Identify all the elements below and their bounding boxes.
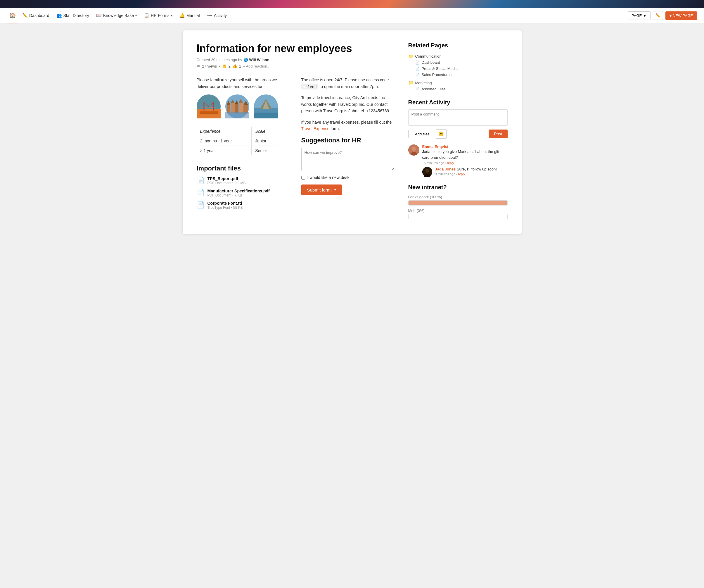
nav-knowledge-base[interactable]: 📖 Knowledge Base ▾ (93, 11, 140, 20)
file-item-1: 📄 TPS_Report.pdf PDF Document • 0.2 MB (197, 176, 290, 185)
views-icon: 👁 (197, 64, 200, 68)
travel-expense-text: If you have any travel expenses, please … (301, 119, 394, 132)
avatar-jada (422, 167, 432, 177)
nav-hr-forms[interactable]: 📋 HR Forms ▾ (141, 11, 175, 20)
home-icon[interactable]: 🏠 (7, 11, 18, 20)
left-text-column: Please familiarize yourself with the are… (197, 76, 290, 213)
office-hours-text: The office is open 24/7. Please use acce… (301, 76, 394, 90)
content-card: Information for new employees Created 29… (183, 31, 522, 234)
views-count: 27 views (202, 64, 217, 68)
new-desk-checkbox[interactable] (301, 176, 305, 179)
thumbsup-reaction-button[interactable]: 👍 (232, 64, 237, 68)
comment-input[interactable] (408, 109, 508, 126)
file-list: 📄 TPS_Report.pdf PDF Document • 0.2 MB 📄… (197, 176, 290, 210)
table-header-experience: Experience (197, 126, 252, 136)
clap-reaction-button[interactable]: 👏 (222, 64, 227, 68)
reply-link-jada[interactable]: reply (458, 172, 465, 176)
knowledge-icon: 📖 (96, 13, 102, 18)
reactions-row: 👁 27 views • 👏 2 👍 1 – Add reaction.. (197, 64, 394, 68)
table-header-scale: Scale (252, 126, 279, 136)
related-pages-section: Related Pages 📁 Communication 📄 Dashboar… (408, 42, 508, 92)
nav-staff-directory[interactable]: 👥 Staff Directory (54, 11, 92, 20)
related-page-assorted[interactable]: 📄 Assorted Files (408, 86, 508, 92)
edit-button[interactable]: ✏️ (653, 11, 663, 20)
file-meta-3: TrueType Font • 55 KB (208, 206, 243, 210)
image-3 (254, 95, 278, 118)
file-item-2: 📄 Manufacturer Specifications.pdf PDF Do… (197, 189, 290, 197)
nav-activity[interactable]: 〰️ Activity (204, 11, 230, 20)
table-row: 2 months - 1 year Junior (197, 136, 279, 146)
file-name-3: Corporate Font.ttf (208, 201, 243, 206)
nav-dashboard[interactable]: ✏️ Dashboard (19, 11, 52, 20)
poll-title: New intranet? (408, 184, 508, 191)
left-col-text: Please familiarize yourself with the are… (197, 76, 290, 90)
page-meta: Created 29 minutes ago by 🌎 Will Wilson … (197, 58, 394, 62)
new-desk-checkbox-row: I would like a new desk (301, 175, 394, 180)
page-icon-assorted: 📄 (415, 87, 420, 91)
travel-expense-link[interactable]: Travel Expense (301, 126, 330, 131)
page-button[interactable]: PAGE ▼ (628, 11, 650, 20)
poll-bar-looks-good (408, 200, 508, 206)
file-icon-1: 📄 (197, 177, 204, 184)
related-pages-title: Related Pages (408, 42, 508, 49)
file-meta-1: PDF Document • 0.2 MB (208, 181, 246, 185)
reply-jada: Jada Jones Sure, I'll follow up soon! 9 … (422, 167, 508, 177)
suggestions-input[interactable] (301, 148, 394, 171)
related-page-dashboard[interactable]: 📄 Dashboard (408, 59, 508, 65)
dashboard-icon: ✏️ (22, 13, 28, 18)
page-icon-press: 📄 (415, 67, 420, 71)
file-icon-2: 📄 (197, 189, 204, 197)
related-page-sales[interactable]: 📄 Sales Procedures (408, 72, 508, 78)
emoji-icon: 😊 (438, 131, 444, 136)
hr-forms-dropdown-arrow: ▾ (171, 14, 172, 17)
activity-title: Recent Activity (408, 99, 508, 106)
svg-rect-12 (231, 103, 235, 113)
travel-insurance-text: To provide travel insurance, City Archit… (301, 95, 394, 114)
page-title: Information for new employees (197, 42, 394, 55)
poll-section: New intranet? Looks good! (100%) Meh (408, 184, 508, 219)
comment-text-emma: Jada, could you give Mark a call about t… (422, 149, 508, 160)
post-button[interactable]: Post (489, 129, 507, 138)
top-banner (0, 0, 704, 8)
comment-author-emma: Emma Enqvist (422, 145, 508, 149)
avatar-emma (408, 145, 419, 156)
text-columns: Please familiarize yourself with the are… (197, 76, 394, 213)
file-name-2: Manufacturer Specifications.pdf (208, 189, 270, 193)
new-desk-label: I would like a new desk (307, 175, 350, 180)
svg-rect-16 (239, 103, 243, 113)
svg-rect-26 (254, 113, 278, 118)
nav-right: PAGE ▼ ✏️ + NEW PAGE (628, 11, 697, 20)
thumbsup-count: 1 (239, 64, 241, 68)
table-cell-exp-1: 2 months - 1 year (197, 136, 252, 146)
reply-link-emma[interactable]: reply (447, 161, 454, 165)
add-files-button[interactable]: + Add files (408, 130, 433, 138)
table-cell-scale-1: Junior (252, 136, 279, 146)
page-icon-dashboard: 📄 (415, 60, 420, 65)
image-2 (225, 95, 249, 118)
file-icon-3: 📄 (197, 201, 204, 209)
page-wrapper: Information for new employees Created 29… (0, 23, 704, 241)
poll-option-looks-good: Looks good! (100%) (408, 195, 508, 206)
folder-marketing: 📁 Marketing (408, 79, 508, 86)
comment-actions: + Add files 😊 Post (408, 129, 508, 139)
right-sidebar: Related Pages 📁 Communication 📄 Dashboar… (408, 42, 508, 222)
new-page-button[interactable]: + NEW PAGE (665, 11, 697, 20)
table-row: > 1 year Senior (197, 146, 279, 155)
reply-author-jada: Jada Jones (435, 167, 456, 171)
file-meta-2: PDF Document • 7 KB (208, 193, 270, 197)
images-row (197, 95, 290, 118)
folder-communication: 📁 Communication (408, 53, 508, 59)
clap-count: 2 (229, 64, 231, 68)
svg-rect-20 (225, 112, 249, 118)
add-reaction[interactable]: – Add reaction.. (243, 64, 269, 68)
main-content: Information for new employees Created 29… (197, 42, 394, 220)
emoji-button[interactable]: 😊 (436, 129, 447, 139)
nav-manual[interactable]: 🔔 Manual (177, 11, 203, 20)
poll-option-meh: Meh (0%) (408, 209, 508, 219)
file-name-1: TPS_Report.pdf (208, 176, 246, 181)
access-code: fr1end (301, 84, 318, 90)
right-text-column: The office is open 24/7. Please use acce… (301, 76, 394, 213)
submit-form-button[interactable]: Submit form! ▾ (301, 184, 342, 195)
related-page-press[interactable]: 📄 Press & Social Media (408, 65, 508, 72)
folder-icon-communication: 📁 (408, 54, 413, 58)
